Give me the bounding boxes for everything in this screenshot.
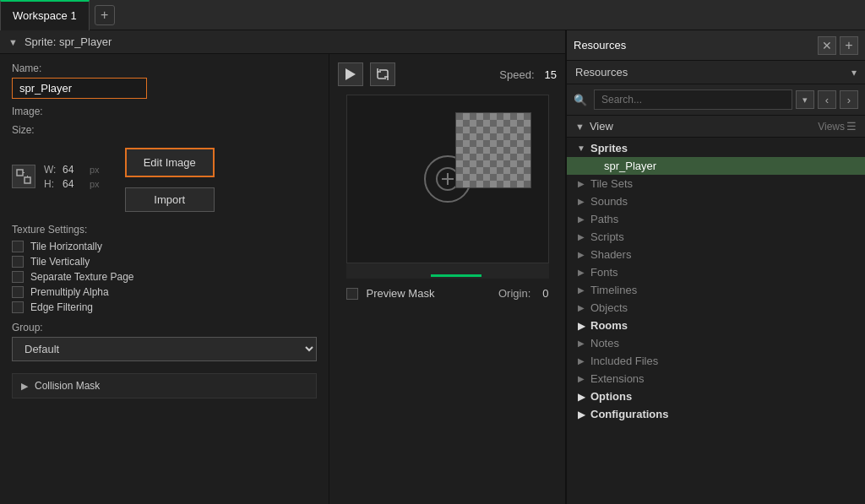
search-input[interactable]	[594, 89, 792, 110]
tree-label-rooms: Rooms	[590, 319, 628, 332]
playback-bar: Speed: 15	[338, 62, 557, 86]
collision-label: Collision Mask	[35, 380, 100, 392]
tree-label-tile_sets: Tile Sets	[590, 177, 633, 190]
edge-filtering-row: Edge Filtering	[12, 301, 317, 313]
nav-next-button[interactable]: ›	[840, 90, 858, 109]
resources-close-button[interactable]: ✕	[818, 36, 836, 55]
add-tab-button[interactable]: +	[95, 5, 115, 25]
separate-texture-row: Separate Texture Page	[12, 271, 317, 283]
collision-mask-section[interactable]: ▶ Collision Mask	[12, 373, 317, 398]
edge-filtering-checkbox[interactable]	[12, 301, 24, 313]
tree-label-configurations: Configurations	[590, 408, 668, 420]
resize-icon	[12, 165, 35, 188]
sprite-frame	[455, 112, 531, 188]
tree-arrow-timelines	[575, 285, 587, 296]
tree-item-paths[interactable]: Paths	[567, 210, 865, 228]
tree-label-notes: Notes	[590, 337, 619, 350]
tree-label-timelines: Timelines	[590, 284, 637, 296]
tree-item-sprites[interactable]: Sprites	[567, 139, 865, 157]
loop-button[interactable]	[370, 62, 395, 86]
resources-dropdown-icon[interactable]: ▾	[851, 67, 857, 79]
tree-label-fonts: Fonts	[590, 266, 618, 279]
svg-marker-4	[345, 68, 356, 80]
main-layout: ▼ Sprite: spr_Player Name: Image: Size:	[0, 30, 865, 504]
tree-item-scripts[interactable]: Scripts	[567, 228, 865, 246]
separate-texture-checkbox[interactable]	[12, 271, 24, 283]
tree-arrow-rooms	[575, 320, 587, 332]
tree-item-objects[interactable]: Objects	[567, 299, 865, 317]
search-bar: 🔍 ▾ ‹ ›	[567, 84, 865, 116]
import-button[interactable]: Import	[125, 187, 215, 212]
tree-label-sprites: Sprites	[590, 142, 628, 154]
tile-h-checkbox[interactable]	[12, 241, 24, 252]
tree-item-extensions[interactable]: Extensions	[567, 370, 865, 387]
left-panel: ▼ Sprite: spr_Player Name: Image: Size:	[0, 30, 566, 504]
tree-arrow-extensions	[575, 373, 587, 385]
preview-column: Speed: 15	[329, 54, 565, 504]
tile-v-checkbox[interactable]	[12, 256, 24, 268]
frame-indicator	[431, 274, 481, 277]
tree-arrow-paths	[575, 214, 587, 225]
speed-value: 15	[545, 68, 557, 81]
height-value: 64	[63, 178, 86, 190]
size-label: Size:	[12, 124, 317, 136]
tree-arrow-configurations	[575, 409, 587, 420]
resources-header: Resources ▾	[567, 61, 865, 84]
tree-item-included_files[interactable]: Included Files	[567, 352, 865, 370]
sprite-name-input[interactable]	[12, 78, 147, 99]
nav-prev-button[interactable]: ‹	[818, 90, 836, 109]
tab-bar: Workspace 1 +	[0, 0, 865, 30]
tree-item-notes[interactable]: Notes	[567, 334, 865, 352]
workspace-tab[interactable]: Workspace 1	[0, 0, 90, 30]
tree-list: Spritesspr_PlayerTile SetsSoundsPathsScr…	[567, 138, 865, 504]
tree-arrow-scripts	[575, 231, 587, 243]
tree-item-fonts[interactable]: Fonts	[567, 263, 865, 281]
tile-h-row: Tile Horizontally	[12, 241, 317, 252]
origin-label: Origin:	[498, 287, 530, 300]
svg-rect-0	[17, 170, 23, 176]
tree-label-paths: Paths	[590, 213, 618, 225]
views-label: Views	[818, 121, 845, 133]
edge-filtering-label: Edge Filtering	[30, 301, 93, 313]
tree-arrow-sounds	[575, 196, 587, 208]
tile-h-label: Tile Horizontally	[30, 241, 102, 252]
frame-strip	[346, 263, 549, 279]
height-unit: px	[90, 179, 100, 189]
tree-arrow-shaders	[575, 249, 587, 261]
tree-item-sounds[interactable]: Sounds	[567, 192, 865, 210]
view-row: ▼ View Views ☰	[567, 116, 865, 138]
tree-item-spr_player[interactable]: spr_Player	[567, 157, 865, 175]
preview-mask-label: Preview Mask	[367, 287, 435, 300]
speed-label: Speed:	[499, 68, 534, 81]
premultiply-label: Premultiply Alpha	[30, 286, 109, 298]
sprite-header: ▼ Sprite: spr_Player	[0, 30, 565, 54]
tree-item-shaders[interactable]: Shaders	[567, 246, 865, 263]
tree-item-options[interactable]: Options	[567, 387, 865, 405]
group-row: Group: Default	[12, 322, 317, 361]
preview-mask-checkbox[interactable]	[346, 288, 358, 300]
tree-arrow-sprites	[575, 143, 587, 154]
left-content: Name: Image: Size:	[0, 54, 565, 504]
workspace-tab-label: Workspace 1	[13, 9, 77, 22]
tree-arrow-options	[575, 391, 587, 403]
tree-arrow-fonts	[575, 267, 587, 279]
edit-image-button[interactable]: Edit Image	[125, 148, 215, 177]
resources-add-button[interactable]: +	[840, 36, 858, 55]
sprite-header-label: Sprite: spr_Player	[24, 35, 112, 48]
tree-item-rooms[interactable]: Rooms	[567, 317, 865, 334]
premultiply-checkbox[interactable]	[12, 286, 24, 298]
resources-panel: Resources ✕ + Resources ▾ 🔍 ▾ ‹ › ▼ View…	[566, 30, 865, 504]
tile-v-row: Tile Vertically	[12, 256, 317, 268]
tree-label-sounds: Sounds	[590, 195, 628, 208]
tree-item-configurations[interactable]: Configurations	[567, 405, 865, 423]
tree-label-objects: Objects	[590, 301, 628, 314]
size-row: W: 64 px H: 64 px Edit Image Import	[12, 141, 317, 212]
group-dropdown-row: Default	[12, 337, 317, 361]
properties-column: Name: Image: Size:	[0, 54, 329, 504]
group-dropdown[interactable]: Default	[12, 337, 317, 361]
tree-item-timelines[interactable]: Timelines	[567, 281, 865, 299]
tree-item-tile_sets[interactable]: Tile Sets	[567, 175, 865, 192]
views-icon: ☰	[846, 120, 857, 133]
search-dropdown-button[interactable]: ▾	[796, 90, 814, 109]
play-button[interactable]	[338, 62, 363, 86]
